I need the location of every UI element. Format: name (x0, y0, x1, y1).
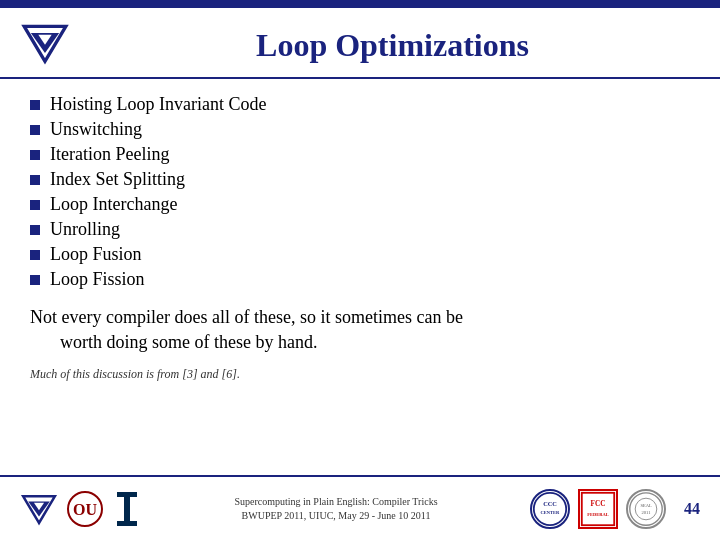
fcc-logo-icon: FCC FEDERAL (580, 489, 616, 529)
svg-rect-8 (117, 492, 137, 497)
illinois-logo (112, 490, 142, 528)
ou-logo: OU (66, 490, 104, 528)
svg-rect-10 (117, 521, 137, 526)
bullet-icon (30, 200, 40, 210)
svg-rect-14 (582, 492, 614, 524)
list-item: Index Set Splitting (30, 169, 690, 190)
svg-text:CENTER: CENTER (541, 510, 561, 515)
footer: OU Supercomputing in Plain English: Comp… (0, 475, 720, 540)
page-number: 44 (684, 500, 700, 518)
svg-rect-9 (124, 497, 130, 521)
svg-text:OU: OU (73, 501, 97, 518)
list-item: Loop Fusion (30, 244, 690, 265)
bullet-icon (30, 225, 40, 235)
bullet-icon (30, 275, 40, 285)
bullet-icon (30, 175, 40, 185)
triangle-icon (20, 18, 70, 68)
svg-text:FCC: FCC (591, 500, 606, 508)
ccc-logo-icon: CCC CENTER (532, 489, 568, 529)
footer-center: Supercomputing in Plain English: Compile… (142, 495, 530, 523)
header-logo (20, 18, 70, 72)
list-item: Unswitching (30, 119, 690, 140)
fcc-logo: FCC FEDERAL (578, 489, 618, 529)
svg-text:FEDERAL: FEDERAL (587, 512, 609, 517)
seal-logo-icon: SEAL 2011 (628, 489, 664, 529)
header: Loop Optimizations (0, 8, 720, 79)
bullet-list: Hoisting Loop Invariant Code Unswitching… (30, 94, 690, 290)
list-item: Hoisting Loop Invariant Code (30, 94, 690, 115)
svg-text:CCC: CCC (543, 500, 557, 507)
main-content: Hoisting Loop Invariant Code Unswitching… (0, 79, 720, 475)
bullet-icon (30, 125, 40, 135)
illinois-logo-icon (112, 489, 142, 529)
list-item: Iteration Peeling (30, 144, 690, 165)
bullet-icon (30, 250, 40, 260)
top-bar (0, 0, 720, 8)
list-item: Loop Interchange (30, 194, 690, 215)
bullet-icon (30, 100, 40, 110)
svg-text:2011: 2011 (642, 509, 651, 514)
bullet-icon (30, 150, 40, 160)
footer-logos-left: OU (20, 490, 142, 528)
summary-text: Not every compiler does all of these, so… (30, 305, 690, 355)
ccc-logo: CCC CENTER (530, 489, 570, 529)
seal-logo: SEAL 2011 (626, 489, 666, 529)
footer-triangle-icon (20, 490, 58, 528)
list-item: Loop Fission (30, 269, 690, 290)
ou-logo-icon: OU (66, 490, 104, 528)
list-item: Unrolling (30, 219, 690, 240)
svg-text:SEAL: SEAL (640, 503, 652, 508)
slide-title: Loop Optimizations (85, 27, 700, 64)
footnote: Much of this discussion is from [3] and … (30, 367, 690, 382)
slide: Loop Optimizations Hoisting Loop Invaria… (0, 0, 720, 540)
svg-point-11 (534, 492, 566, 524)
footer-logos-right: CCC CENTER FCC FEDERAL SEAL 2011 (530, 489, 700, 529)
